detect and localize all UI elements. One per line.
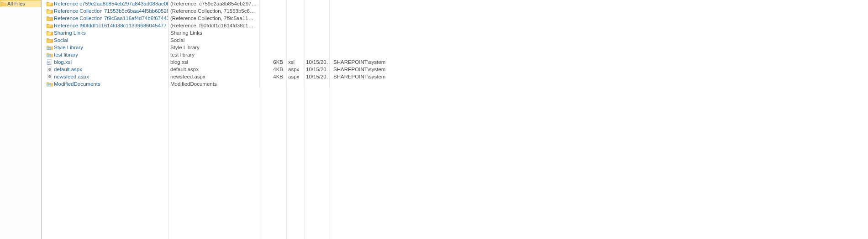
cell-type: aspx <box>286 66 304 73</box>
file-row[interactable]: Style LibraryStyle Library <box>42 44 868 51</box>
app-root: All Files Reference c759e2aa8b854eb297a8… <box>0 0 868 239</box>
cell-type <box>286 0 304 7</box>
folder-special-icon <box>47 37 53 43</box>
cell-name: Reference Collection 7f9c5aa116af4d74b6f… <box>42 15 168 22</box>
cell-size <box>260 22 286 29</box>
file-row[interactable]: newsfeed.aspxnewsfeed.aspx4KBaspx10/15/2… <box>42 73 868 80</box>
cell-type <box>286 7 304 15</box>
cell-date: 10/15/20… <box>304 66 330 73</box>
file-name[interactable]: Reference f90fddf1c1614fd38c113396860454… <box>54 23 167 28</box>
cell-size <box>260 51 286 58</box>
cell-title: newsfeed.aspx <box>168 73 260 80</box>
cell-modified-by <box>330 15 458 22</box>
file-name[interactable]: default.aspx <box>54 67 82 72</box>
cell-date <box>304 36 330 44</box>
file-name[interactable]: newsfeed.aspx <box>54 74 89 79</box>
cell-modified-by <box>330 29 458 36</box>
folder-special-icon <box>47 16 53 21</box>
file-name[interactable]: Reference Collection 7f9c5aa116af4d74b6f… <box>54 16 168 21</box>
cell-title: Sharing Links <box>168 29 260 36</box>
file-name[interactable]: test library <box>54 52 78 57</box>
cell-title: blog.xsl <box>168 58 260 66</box>
cell-name: Sharing Links <box>42 29 168 36</box>
file-row[interactable]: ModifiedDocumentsModifiedDocuments <box>42 80 868 88</box>
cell-modified-by: SHAREPOINT\system <box>330 58 458 66</box>
cell-title: Style Library <box>168 44 260 51</box>
cell-modified-by <box>330 22 458 29</box>
cell-title: ModifiedDocuments <box>168 80 260 88</box>
file-row[interactable]: test librarytest library <box>42 51 868 58</box>
cell-name: Reference c759e2aa8b854eb297a843ad088ae0… <box>42 0 168 7</box>
cell-date <box>304 15 330 22</box>
cell-name: newsfeed.aspx <box>42 73 168 80</box>
cell-size <box>260 7 286 15</box>
cell-size <box>260 36 286 44</box>
file-name[interactable]: ModifiedDocuments <box>54 81 100 87</box>
file-row[interactable]: Reference c759e2aa8b854eb297a843ad088ae0… <box>42 0 868 7</box>
cell-title: default.aspx <box>168 66 260 73</box>
folder-lib-icon <box>47 45 53 50</box>
cell-modified-by <box>330 7 458 15</box>
file-name[interactable]: Reference Collection 71553b5c6baa44f5bb6… <box>54 8 168 14</box>
cell-modified-by <box>330 36 458 44</box>
cell-type <box>286 15 304 22</box>
cell-title: (Reference, f90fddf1c1614fd38c1… <box>168 22 260 29</box>
cell-modified-by <box>330 0 458 7</box>
cell-date <box>304 29 330 36</box>
file-row[interactable]: Reference Collection 71553b5c6baa44f5bb6… <box>42 7 868 15</box>
cell-type <box>286 29 304 36</box>
cell-date <box>304 44 330 51</box>
folder-special-icon <box>47 1 53 6</box>
file-name[interactable]: Reference c759e2aa8b854eb297a843ad088ae0… <box>54 1 168 6</box>
cell-size: 4KB <box>260 73 286 80</box>
folder-lib-icon <box>47 81 53 87</box>
file-panel: Reference c759e2aa8b854eb297a843ad088ae0… <box>42 0 868 239</box>
file-name[interactable]: Style Library <box>54 45 83 50</box>
cell-modified-by: SHAREPOINT\system <box>330 66 458 73</box>
file-row[interactable]: Reference f90fddf1c1614fd38c113396860454… <box>42 22 868 29</box>
cell-name: Reference f90fddf1c1614fd38c113396860454… <box>42 22 168 29</box>
cell-date <box>304 22 330 29</box>
file-list: Reference c759e2aa8b854eb297a843ad088ae0… <box>42 0 868 88</box>
folder-lib-icon <box>47 52 53 57</box>
folder-special-icon <box>47 30 53 36</box>
cell-name: ModifiedDocuments <box>42 80 168 88</box>
cell-type: xsl <box>286 58 304 66</box>
file-row[interactable]: Reference Collection 7f9c5aa116af4d74b6f… <box>42 15 868 22</box>
cell-type <box>286 22 304 29</box>
file-name[interactable]: blog.xsl <box>54 59 72 65</box>
cell-modified-by: SHAREPOINT\system <box>330 73 458 80</box>
cell-type <box>286 44 304 51</box>
cell-date: 10/15/20… <box>304 58 330 66</box>
cell-size: 4KB <box>260 66 286 73</box>
file-row[interactable]: Sharing LinksSharing Links <box>42 29 868 36</box>
cell-date <box>304 0 330 7</box>
sidebar: All Files <box>0 0 42 239</box>
cell-date <box>304 80 330 88</box>
file-xsl-icon <box>47 59 53 65</box>
cell-size <box>260 29 286 36</box>
cell-name: default.aspx <box>42 66 168 73</box>
sidebar-item-all-files[interactable]: All Files <box>0 0 41 7</box>
cell-date: 10/15/20… <box>304 73 330 80</box>
file-row[interactable]: default.aspxdefault.aspx4KBaspx10/15/20…… <box>42 66 868 73</box>
cell-type <box>286 51 304 58</box>
cell-name: Reference Collection 71553b5c6baa44f5bb6… <box>42 7 168 15</box>
cell-type: aspx <box>286 73 304 80</box>
folder-special-icon <box>47 8 53 14</box>
file-name[interactable]: Sharing Links <box>54 30 86 36</box>
file-aspx-icon <box>47 67 53 72</box>
file-row[interactable]: SocialSocial <box>42 36 868 44</box>
cell-modified-by <box>330 51 458 58</box>
cell-modified-by <box>330 80 458 88</box>
file-row[interactable]: blog.xslblog.xsl6KBxsl10/15/20…SHAREPOIN… <box>42 58 868 66</box>
sidebar-item-label: All Files <box>7 1 25 6</box>
cell-title: Social <box>168 36 260 44</box>
folder-special-icon <box>47 23 53 28</box>
cell-date <box>304 51 330 58</box>
cell-name: test library <box>42 51 168 58</box>
cell-size: 6KB <box>260 58 286 66</box>
cell-name: Style Library <box>42 44 168 51</box>
file-name[interactable]: Social <box>54 37 68 43</box>
cell-title: test library <box>168 51 260 58</box>
